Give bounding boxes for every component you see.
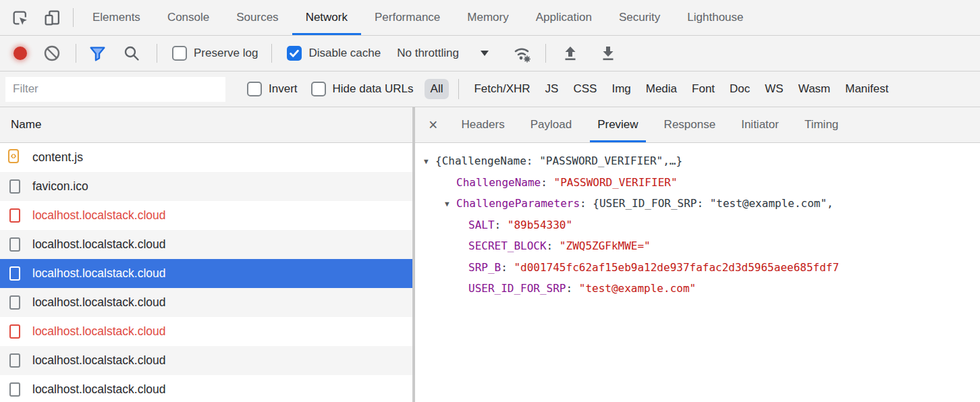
detail-tab-timing[interactable]: Timing <box>792 107 851 142</box>
filter-icon[interactable] <box>88 45 107 63</box>
json-token-key: ChallengeName <box>456 176 541 189</box>
request-name: localhost.localstack.cloud <box>32 382 165 397</box>
json-tree-line[interactable]: SRP_B: "d001745fc62af15eb9a12de937fafac2… <box>415 257 980 279</box>
json-tree-line[interactable]: SALT: "89b54330" <box>415 214 980 236</box>
json-token-string: "test@example.com" <box>579 282 696 295</box>
type-filter-media[interactable]: Media <box>646 82 677 96</box>
type-filter-all[interactable]: All <box>425 79 450 99</box>
tab-elements[interactable]: Elements <box>79 0 154 35</box>
divider <box>458 79 459 99</box>
tab-lighthouse[interactable]: Lighthouse <box>674 0 757 35</box>
divider <box>271 44 272 63</box>
tab-application[interactable]: Application <box>522 0 605 35</box>
json-token-plain: : <box>495 219 508 231</box>
tab-performance[interactable]: Performance <box>361 0 454 35</box>
type-filter-font[interactable]: Font <box>692 82 715 96</box>
name-column-header[interactable]: Name <box>0 107 412 143</box>
network-toolbar: Preserve log Disable cache No throttling <box>0 36 980 71</box>
request-name: content.js <box>32 150 83 165</box>
json-token-string: "ZWQ5ZGFkMWE=" <box>560 239 651 252</box>
json-tree-line[interactable]: ChallengeName: "PASSWORD_VERIFIER" <box>415 172 980 194</box>
expander-triangle-icon[interactable]: ▼ <box>424 151 435 172</box>
type-filter-fetch-xhr[interactable]: Fetch/XHR <box>474 82 530 96</box>
record-icon[interactable] <box>13 47 27 60</box>
tab-security[interactable]: Security <box>605 0 674 35</box>
type-filter-js[interactable]: JS <box>545 82 559 96</box>
close-icon[interactable]: × <box>429 117 437 133</box>
json-token-plain: : <box>547 239 560 252</box>
disable-cache-checkbox[interactable] <box>287 46 302 61</box>
type-filter-img[interactable]: Img <box>611 82 630 96</box>
detail-tab-initiator[interactable]: Initiator <box>728 107 792 142</box>
detail-tab-response[interactable]: Response <box>651 107 729 142</box>
request-name: localhost.localstack.cloud <box>32 266 165 281</box>
json-tree-line[interactable]: USER_ID_FOR_SRP: "test@example.com" <box>415 278 980 299</box>
expander-triangle-icon[interactable]: ▼ <box>445 194 456 214</box>
tab-sources[interactable]: Sources <box>223 0 292 35</box>
document-icon <box>9 266 20 281</box>
document-icon <box>9 382 20 397</box>
type-filter-manifest[interactable]: Manifest <box>845 82 888 96</box>
detail-tabs: HeadersPayloadPreviewResponseInitiatorTi… <box>448 107 851 142</box>
table-row[interactable]: localhost.localstack.cloud <box>0 259 412 288</box>
tab-memory[interactable]: Memory <box>454 0 522 35</box>
table-row[interactable]: localhost.localstack.cloud <box>0 201 412 230</box>
json-tree-line[interactable]: SECRET_BLOCK: "ZWQ5ZGFkMWE=" <box>415 235 980 257</box>
request-name: localhost.localstack.cloud <box>32 237 165 252</box>
json-tree-line[interactable]: ▼{ChallengeName: "PASSWORD_VERIFIER",…} <box>415 150 980 172</box>
throttling-select[interactable]: No throttling <box>397 47 459 60</box>
json-token-plain: {ChallengeName: "PASSWORD_VERIFIER",…} <box>435 154 682 167</box>
main-tabbar-tabs: ElementsConsoleSourcesNetworkPerformance… <box>79 0 757 35</box>
network-conditions-icon[interactable] <box>510 43 533 63</box>
json-token-plain: {USER_ID_FOR_SRP: "test@example.com", <box>593 197 833 210</box>
json-token-plain: : <box>541 176 553 189</box>
request-rows: content.jsfavicon.icolocalhost.localstac… <box>0 143 412 402</box>
detail-tab-payload[interactable]: Payload <box>518 107 584 142</box>
chevron-down-icon[interactable] <box>481 51 489 56</box>
document-icon <box>9 353 20 368</box>
table-row[interactable]: localhost.localstack.cloud <box>0 317 412 346</box>
table-row[interactable]: localhost.localstack.cloud <box>0 230 412 259</box>
request-name: favicon.ico <box>32 179 88 194</box>
table-row[interactable]: favicon.ico <box>0 172 412 201</box>
table-row[interactable]: localhost.localstack.cloud <box>0 375 412 402</box>
type-filter-list: AllFetch/XHRJSCSSImgMediaFontDocWSWasmMa… <box>414 79 980 99</box>
json-tree-line[interactable]: ▼ChallengeParameters: {USER_ID_FOR_SRP: … <box>415 193 980 214</box>
detail-tabbar: × HeadersPayloadPreviewResponseInitiator… <box>415 107 980 143</box>
type-filter-css[interactable]: CSS <box>573 82 597 96</box>
document-icon <box>9 208 20 223</box>
request-name: localhost.localstack.cloud <box>32 295 165 310</box>
export-har-icon[interactable] <box>599 44 618 63</box>
type-filter-ws[interactable]: WS <box>765 82 783 96</box>
type-filter-wasm[interactable]: Wasm <box>798 82 831 96</box>
json-token-string: "PASSWORD_VERIFIER" <box>554 176 678 189</box>
type-filter-doc[interactable]: Doc <box>730 82 750 96</box>
divider <box>76 44 76 63</box>
detail-tab-headers[interactable]: Headers <box>448 107 517 142</box>
network-content: Name content.jsfavicon.icolocalhost.loca… <box>0 107 980 402</box>
table-row[interactable]: localhost.localstack.cloud <box>0 288 412 317</box>
json-token-plain: : <box>501 261 514 274</box>
hide-data-urls-checkbox[interactable] <box>311 82 326 96</box>
table-row[interactable]: localhost.localstack.cloud <box>0 346 412 375</box>
inspect-icon[interactable] <box>8 9 31 27</box>
document-icon <box>9 179 20 194</box>
json-token-plain: : <box>580 197 593 210</box>
divider <box>73 8 74 27</box>
clear-icon[interactable] <box>43 45 61 62</box>
disable-cache-label: Disable cache <box>308 47 381 60</box>
tab-network[interactable]: Network <box>292 0 361 35</box>
tab-console[interactable]: Console <box>154 0 223 35</box>
filter-input[interactable] <box>5 77 225 102</box>
detail-tab-preview[interactable]: Preview <box>584 107 651 142</box>
search-icon[interactable] <box>123 45 140 62</box>
invert-checkbox[interactable] <box>247 82 262 96</box>
import-har-icon[interactable] <box>561 44 580 63</box>
preserve-log-checkbox[interactable] <box>172 46 187 61</box>
filter-bar: Invert Hide data URLs AllFetch/XHRJSCSSI… <box>0 71 980 107</box>
script-icon <box>9 150 20 165</box>
hide-data-urls-label: Hide data URLs <box>333 82 414 96</box>
request-name: localhost.localstack.cloud <box>32 324 165 339</box>
device-toolbar-icon[interactable] <box>40 9 63 27</box>
table-row[interactable]: content.js <box>0 143 412 172</box>
